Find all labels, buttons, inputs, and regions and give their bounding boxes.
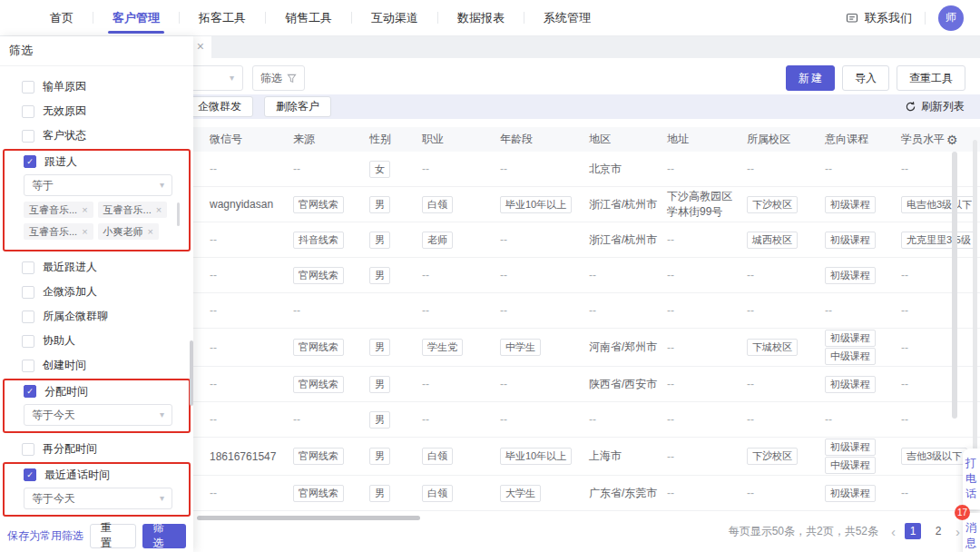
table-cell: -- xyxy=(901,163,946,175)
delete-customer-button[interactable]: 删除客户 xyxy=(264,96,331,117)
wecom-group-send-button[interactable]: 企微群发 xyxy=(186,96,253,117)
filter-item[interactable]: 企微添加人 xyxy=(0,280,193,304)
column-header[interactable]: 学员水平 xyxy=(901,132,946,147)
filter-item[interactable]: ✓最近通话时间 xyxy=(10,465,183,485)
column-header[interactable]: 微信号 xyxy=(210,132,293,147)
checkbox[interactable] xyxy=(22,310,34,323)
nav-item-2[interactable]: 客户管理 xyxy=(93,0,179,35)
filter-item[interactable]: ✓跟进人 xyxy=(10,152,183,172)
checkbox[interactable] xyxy=(22,261,34,274)
make-call-button[interactable]: 打电话 xyxy=(963,448,980,509)
filter-operator-select[interactable]: 等于今天▾ xyxy=(24,488,172,509)
cell-tag: 初级课程 xyxy=(825,376,876,393)
save-as-common-filter-link[interactable]: 保存为常用筛选 xyxy=(7,528,83,544)
nav-item-7[interactable]: 系统管理 xyxy=(524,0,610,35)
filter-operator-select[interactable]: 等于▾ xyxy=(24,174,172,196)
checkbox[interactable] xyxy=(22,360,34,372)
filter-panel-scrollbar[interactable] xyxy=(190,340,193,406)
remove-tag-icon[interactable]: × xyxy=(82,203,87,216)
checkbox[interactable] xyxy=(22,335,34,348)
filter-item[interactable]: 创建时间 xyxy=(0,353,193,378)
empty-value: -- xyxy=(500,163,507,175)
remove-tag-icon[interactable]: × xyxy=(82,225,87,238)
column-settings-gear-icon[interactable]: ⚙ xyxy=(946,133,966,146)
table-cell: -- xyxy=(747,163,825,175)
checkbox[interactable] xyxy=(22,105,34,118)
nav-item-1[interactable]: 首页 xyxy=(31,0,93,35)
table-cell: 老师 xyxy=(422,232,500,249)
filter-item-label: 企微添加人 xyxy=(43,284,97,300)
avatar[interactable]: 师 xyxy=(938,5,964,31)
remove-tag-icon[interactable]: × xyxy=(148,225,153,238)
column-header[interactable]: 地区 xyxy=(589,132,667,147)
nav-item-5[interactable]: 互动渠道 xyxy=(352,0,437,35)
table-cell: -- xyxy=(747,487,825,499)
filter-item[interactable]: 无效原因 xyxy=(0,99,193,123)
checkbox[interactable]: ✓ xyxy=(24,155,36,168)
pagination-bar: 每页显示50条，共2页，共52条 ‹ 12 › xyxy=(729,523,960,539)
column-header[interactable]: 来源 xyxy=(293,132,369,147)
column-header[interactable]: 地址 xyxy=(667,132,747,147)
reset-button[interactable]: 重置 xyxy=(90,524,136,548)
nav-item-6[interactable]: 数据报表 xyxy=(438,0,524,35)
toolbar-right: 新建 导入 查重工具 xyxy=(786,65,965,91)
table-cell: 大学生 xyxy=(500,485,589,502)
cell-tag: 学生党 xyxy=(422,339,463,356)
filter-item[interactable]: 协助人 xyxy=(0,329,193,353)
refresh-list-button[interactable]: 刷新列表 xyxy=(905,99,965,114)
table-cell: -- xyxy=(747,304,825,317)
open-filter-button[interactable]: 筛选 xyxy=(252,65,305,91)
filter-item[interactable]: 客户状态 xyxy=(0,123,193,148)
column-header[interactable]: 性别 xyxy=(369,132,422,147)
filter-item-label: 协助人 xyxy=(43,333,75,349)
table-cell: 初级课程中级课程 xyxy=(825,329,901,366)
checkbox[interactable]: ✓ xyxy=(24,385,36,398)
filter-item[interactable]: 所属企微群聊 xyxy=(0,304,193,329)
filter-item[interactable]: ✓分配时间 xyxy=(10,381,183,401)
filter-item[interactable]: 输单原因 xyxy=(0,74,193,99)
horizontal-scrollbar[interactable] xyxy=(197,516,420,520)
filter-item[interactable]: 最近跟进人 xyxy=(0,255,193,280)
column-header[interactable]: 所属校区 xyxy=(747,132,825,147)
nav-divider xyxy=(925,12,926,25)
column-header[interactable]: 职业 xyxy=(422,132,500,147)
checkbox[interactable] xyxy=(22,81,34,94)
next-page-icon[interactable]: › xyxy=(956,525,960,538)
cell-value: 下沙高教园区学林街99号 xyxy=(667,190,732,218)
tags-scrollbar-thumb[interactable] xyxy=(177,202,180,226)
filter-item-label: 跟进人 xyxy=(44,154,77,170)
cell-tag: 官网线索 xyxy=(293,267,344,284)
apply-filter-button[interactable]: 筛选 xyxy=(142,524,187,548)
page-number-1[interactable]: 1 xyxy=(905,523,921,539)
page-scrollbar[interactable] xyxy=(973,140,977,467)
checkbox[interactable] xyxy=(22,130,34,143)
contact-us-button[interactable]: 联系我们 xyxy=(846,10,912,26)
table-cell: 浙江省/杭州市 xyxy=(589,197,667,212)
filter-tag-label: 小爽老师 xyxy=(103,225,143,238)
checkbox[interactable]: ✓ xyxy=(24,468,36,481)
page-number-2[interactable]: 2 xyxy=(930,523,946,539)
checkbox[interactable] xyxy=(22,286,34,299)
remove-tag-icon[interactable]: × xyxy=(156,203,162,216)
column-header[interactable]: 意向课程 xyxy=(825,132,901,147)
nav-item-4[interactable]: 销售工具 xyxy=(266,0,351,35)
checkbox[interactable] xyxy=(22,443,34,456)
new-customer-button[interactable]: 新建 xyxy=(786,65,835,91)
empty-value: -- xyxy=(901,413,908,426)
cell-tag: 男 xyxy=(369,485,390,502)
filter-operator-select[interactable]: 等于今天▾ xyxy=(24,404,172,426)
dedupe-tool-button[interactable]: 查重工具 xyxy=(897,65,965,91)
table-cell: 初级课程 xyxy=(825,231,901,250)
filter-item[interactable]: 再分配时间 xyxy=(0,437,193,461)
empty-value: -- xyxy=(500,304,507,317)
table-cell: 初级课程中级课程 xyxy=(825,438,901,475)
empty-value: -- xyxy=(293,163,300,175)
import-button[interactable]: 导入 xyxy=(842,65,889,91)
filter-selected-tags: 互睿音乐...×互睿音乐...×互睿音乐...×小爽老师× xyxy=(24,201,180,244)
column-header[interactable]: 年龄段 xyxy=(500,132,589,147)
table-vertical-scrollbar[interactable] xyxy=(952,152,957,419)
close-tab-icon[interactable]: × xyxy=(197,39,204,54)
nav-item-3[interactable]: 拓客工具 xyxy=(180,0,265,35)
prev-page-icon[interactable]: ‹ xyxy=(891,525,896,538)
cell-tag: 中级课程 xyxy=(825,348,876,365)
